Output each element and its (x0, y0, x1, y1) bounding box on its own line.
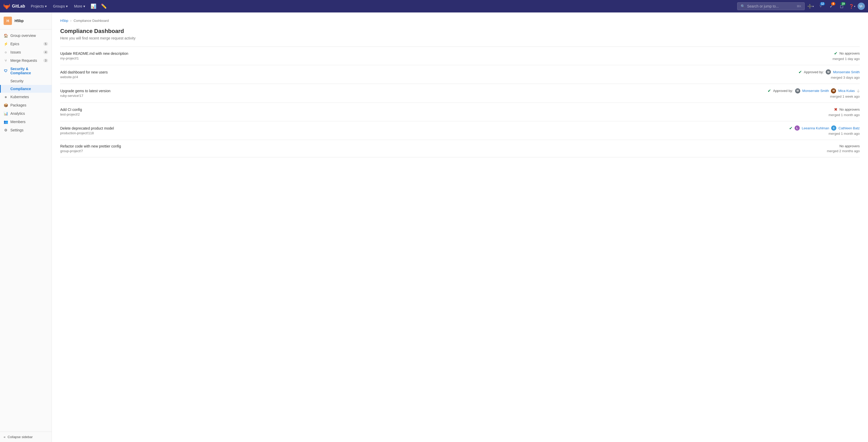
mr-status: ✔ Approved by: M Monserrate Smith M Mica… (768, 88, 860, 98)
todo-badge: 4 (831, 2, 835, 5)
mr-project: production-project!118 (60, 131, 789, 135)
search-shortcut: ⌘K (797, 5, 801, 8)
sidebar-item-epics[interactable]: ⚡ Epics 5 (0, 40, 52, 48)
sidebar-item-merge-requests[interactable]: ⑂ Merge Requests 3 (0, 56, 52, 65)
sidebar-sub-item-compliance[interactable]: Compliance (0, 85, 52, 93)
user-avatar-btn[interactable]: U ▾ (858, 3, 865, 10)
merge-requests-badge: 3 (43, 59, 48, 62)
page-title: Compliance Dashboard (60, 28, 860, 34)
mr-project: my-project!1 (60, 56, 832, 60)
chevron-down-icon: ▾ (66, 4, 68, 8)
mr-title[interactable]: Delete deprecated product model (60, 126, 789, 130)
mr-title[interactable]: Add dashboard for new users (60, 70, 799, 74)
mr-status: ✖ No approvers merged 1 month ago (829, 107, 860, 117)
gitlab-logo-link[interactable]: GitLab (3, 3, 25, 10)
rejected-icon: ✖ (834, 107, 837, 112)
issues-btn[interactable]: ◻ 19 (837, 2, 846, 11)
toggle-icon[interactable]: ⏚ (857, 88, 860, 93)
sidebar: H H5bp 🏠 Group overview ⚡ Epics 5 ○ Issu… (0, 12, 52, 442)
help-btn[interactable]: ❓ ▾ (847, 2, 857, 11)
sidebar-footer: « Collapse sidebar (0, 432, 52, 442)
collapse-sidebar-btn[interactable]: « Collapse sidebar (4, 435, 48, 439)
chevron-down-icon: ▾ (854, 5, 855, 8)
sidebar-item-label: Kubernetes (10, 95, 29, 99)
sidebar-item-label: Settings (10, 128, 24, 132)
sidebar-item-security-compliance[interactable]: 🛡 Security & Compliance (0, 65, 52, 77)
merge-time: merged 1 day ago (832, 57, 860, 61)
approver-avatar: M (795, 88, 800, 93)
search-bar[interactable]: 🔍 ⌘K (737, 2, 805, 10)
sidebar-item-label: Issues (10, 50, 21, 54)
approved-icon: ✔ (799, 69, 802, 75)
mr-project: test-project!2 (60, 113, 829, 116)
search-icon: 🔍 (741, 4, 745, 8)
sidebar-item-analytics[interactable]: 📊 Analytics (0, 109, 52, 118)
group-name: H5bp (14, 19, 24, 23)
mr-status: ✔ No approvers merged 1 day ago (832, 51, 860, 61)
approver-name: Monserrate Smith (802, 89, 829, 93)
app-layout: H H5bp 🏠 Group overview ⚡ Epics 5 ○ Issu… (0, 12, 868, 442)
approver-label: Approved by: (773, 89, 793, 93)
sidebar-item-label: Merge Requests (10, 58, 37, 63)
mr-info: Add dashboard for new users website-js!4 (60, 70, 799, 79)
approved-icon: ✔ (768, 88, 771, 93)
approver-label: Approved by: (804, 70, 824, 74)
mr-project: group-project!7 (60, 149, 827, 153)
mr-status: ✔ Approved by: M Monserrate Smith merged… (799, 69, 860, 80)
merge-time: merged 1 month ago (829, 132, 860, 136)
sidebar-sub-item-label: Security (10, 79, 24, 83)
search-input[interactable] (747, 4, 795, 8)
sidebar-nav: 🏠 Group overview ⚡ Epics 5 ○ Issues 4 ⑂ … (0, 29, 52, 432)
sidebar-sub-item-label: Compliance (10, 87, 31, 91)
mr-info: Upgrade gems to latest version ruby-serv… (60, 89, 768, 98)
top-navigation: GitLab Projects ▾ Groups ▾ More ▾ 📊 ✏️ 🔍… (0, 0, 868, 12)
stats-icon-btn[interactable]: 📊 (89, 2, 98, 11)
compliance-row: Update README.md with new description my… (60, 47, 860, 65)
mr-title[interactable]: Add CI config (60, 108, 829, 112)
sidebar-item-issues[interactable]: ○ Issues 4 (0, 48, 52, 56)
approver-avatar: M (831, 88, 836, 93)
members-icon: 👥 (4, 120, 8, 124)
sidebar-sub-item-security[interactable]: Security (0, 77, 52, 85)
plus-menu-btn[interactable]: ➕ ▾ (806, 2, 815, 11)
sidebar-item-packages[interactable]: 📦 Packages (0, 101, 52, 109)
merge-time: merged 1 month ago (829, 113, 860, 117)
projects-menu[interactable]: Projects ▾ (28, 3, 50, 10)
chevron-down-icon: ▾ (45, 4, 47, 8)
merge-requests-icon: ⑂ (4, 58, 8, 63)
issues-badge: 19 (841, 2, 846, 5)
merge-requests-btn[interactable]: ⑂ 12 (816, 2, 826, 11)
more-menu[interactable]: More ▾ (71, 3, 88, 10)
mr-status: ✔ L Leeanna Kuhlman C Cathleen Batz merg… (789, 125, 860, 136)
sidebar-item-label: Members (10, 120, 25, 124)
approved-icon: ✔ (789, 126, 793, 130)
approval-line: ✔ No approvers (834, 51, 860, 56)
issues-icon: ○ (4, 50, 8, 54)
approver-avatar: M (826, 69, 831, 75)
merge-time: merged 2 months ago (827, 149, 860, 153)
todo-btn[interactable]: ✓ 4 (827, 2, 836, 11)
approval-line: ✔ Approved by: M Monserrate Smith (799, 69, 860, 75)
settings-icon: ⚙ (4, 128, 8, 132)
approval-line: ✖ No approvers (834, 107, 860, 112)
groups-menu[interactable]: Groups ▾ (50, 3, 70, 10)
gitlab-logo-text: GitLab (12, 4, 25, 8)
breadcrumb-parent[interactable]: H5bp (60, 19, 68, 23)
epics-badge: 5 (43, 42, 48, 46)
approval-line: ✔ Approved by: M Monserrate Smith M Mica… (768, 88, 860, 93)
mr-project: ruby-service!17 (60, 94, 768, 98)
shield-icon: 🛡 (4, 69, 8, 73)
sidebar-item-kubernetes[interactable]: ⎈ Kubernetes (0, 93, 52, 101)
mr-info: Add CI config test-project!2 (60, 108, 829, 116)
epics-icon: ⚡ (4, 42, 8, 46)
mr-title[interactable]: Refactor code with new prettier config (60, 144, 827, 148)
mr-info: Refactor code with new prettier config g… (60, 144, 827, 153)
mr-project: website-js!4 (60, 75, 799, 79)
sidebar-item-members[interactable]: 👥 Members (0, 118, 52, 126)
mr-title[interactable]: Upgrade gems to latest version (60, 89, 768, 93)
snippets-icon-btn[interactable]: ✏️ (99, 2, 108, 11)
sidebar-item-settings[interactable]: ⚙ Settings (0, 126, 52, 134)
compliance-row: Refactor code with new prettier config g… (60, 140, 860, 157)
mr-title[interactable]: Update README.md with new description (60, 52, 832, 56)
sidebar-item-group-overview[interactable]: 🏠 Group overview (0, 31, 52, 40)
